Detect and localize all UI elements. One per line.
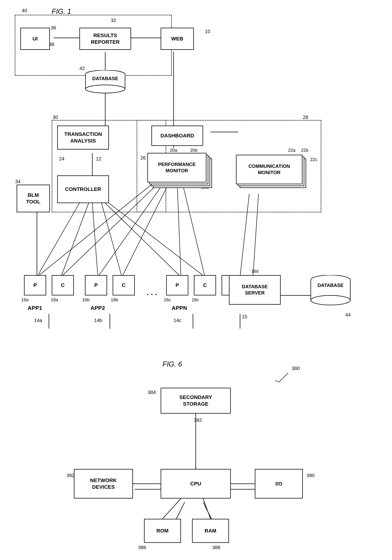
p3-box: P: [166, 275, 188, 295]
c1-box: C: [52, 275, 74, 295]
svg-point-43: [311, 295, 350, 305]
label-18a: 18a: [51, 297, 58, 303]
label-14b: 14b: [94, 318, 102, 323]
label-12: 12: [96, 156, 101, 162]
label-38: 38: [49, 41, 54, 47]
svg-line-50: [275, 380, 279, 382]
database-server-box: DATABASE SERVER: [229, 275, 281, 305]
svg-line-14: [105, 203, 181, 277]
communication-monitor-22a: COMMUNICATION MONITOR: [236, 155, 302, 184]
label-384: 384: [148, 390, 156, 395]
label-15: 15: [242, 314, 247, 320]
app2-label: APP2: [90, 305, 105, 311]
appn-label: APPN: [172, 305, 187, 311]
label-18b: 18b: [111, 297, 118, 303]
ram-box: RAM: [192, 519, 229, 543]
results-reporter-box: RESULTS REPORTER: [79, 28, 131, 50]
label-390: 390: [307, 473, 314, 478]
label-22b: 22b: [301, 148, 308, 153]
fig6-title: FIG. 6: [162, 360, 182, 369]
svg-line-10: [37, 203, 79, 277]
svg-line-12: [92, 203, 98, 277]
svg-line-13: [101, 203, 122, 277]
network-devices-box: NETWORK DEVICES: [74, 469, 133, 499]
label-388: 388: [212, 545, 220, 550]
label-28: 28: [303, 114, 308, 120]
label-22a: 22a: [288, 148, 295, 153]
svg-line-48: [203, 499, 211, 519]
ui-box: UI: [20, 28, 50, 50]
dots-label: . . .: [147, 288, 157, 297]
database-right-cylinder: DATABASE: [310, 275, 351, 308]
c2-box: C: [113, 275, 135, 295]
rom-box: ROM: [144, 519, 181, 543]
label-24: 24: [59, 156, 64, 162]
label-20a: 20a: [170, 148, 177, 153]
label-382: 382: [194, 417, 202, 423]
blm-tool-box: BLM TOOL: [17, 185, 50, 212]
label-36: 36: [51, 25, 56, 31]
label-14a: 14a: [34, 318, 42, 323]
dashboard-box: DASHBOARD: [151, 126, 203, 146]
label-42: 42: [79, 66, 85, 71]
diagram-container: FIG. 1 40 UI 36 38 RESULTS REPORTER 32 W…: [0, 0, 392, 560]
app1-label: APP1: [28, 305, 42, 311]
label-30: 30: [53, 114, 58, 120]
io-box: I/O: [255, 469, 303, 499]
label-22c: 22c: [310, 157, 317, 162]
performance-monitor-20a: PERFORMANCE MONITOR: [147, 153, 206, 182]
svg-line-15: [109, 203, 205, 277]
label-392: 392: [67, 473, 74, 478]
label-386: 386: [138, 545, 146, 550]
label-18c: 18c: [192, 297, 199, 303]
label-16a: 16a: [21, 297, 29, 303]
label-16b: 16b: [82, 297, 90, 303]
label-26: 26: [140, 155, 146, 161]
label-44: 44: [345, 312, 351, 318]
secondary-storage-box: SECONDARY STORAGE: [161, 388, 231, 414]
label-16d: 16d: [251, 269, 259, 274]
web-box: WEB: [161, 28, 194, 50]
label-32: 32: [111, 18, 116, 23]
svg-line-11: [61, 203, 89, 277]
svg-line-49: [279, 373, 288, 382]
svg-line-47: [162, 499, 181, 519]
label-20b: 20b: [190, 148, 198, 153]
label-40: 40: [22, 8, 27, 13]
c3-box: C: [194, 275, 216, 295]
label-14c: 14c: [174, 318, 181, 323]
p2-box: P: [85, 275, 107, 295]
p1-box: P: [24, 275, 46, 295]
label-380: 380: [292, 366, 300, 371]
cpu-box: CPU: [161, 469, 231, 499]
database-top-cylinder: DATABASE: [85, 70, 126, 94]
controller-box: CONTROLLER: [57, 175, 109, 203]
label-16c: 16c: [164, 297, 171, 303]
label-10: 10: [205, 29, 210, 34]
svg-point-38: [85, 85, 125, 93]
label-34: 34: [15, 179, 20, 184]
transaction-analysis-box: TRANSACTION ANALYSIS: [57, 126, 109, 150]
fig1-title: FIG. 1: [52, 7, 71, 16]
